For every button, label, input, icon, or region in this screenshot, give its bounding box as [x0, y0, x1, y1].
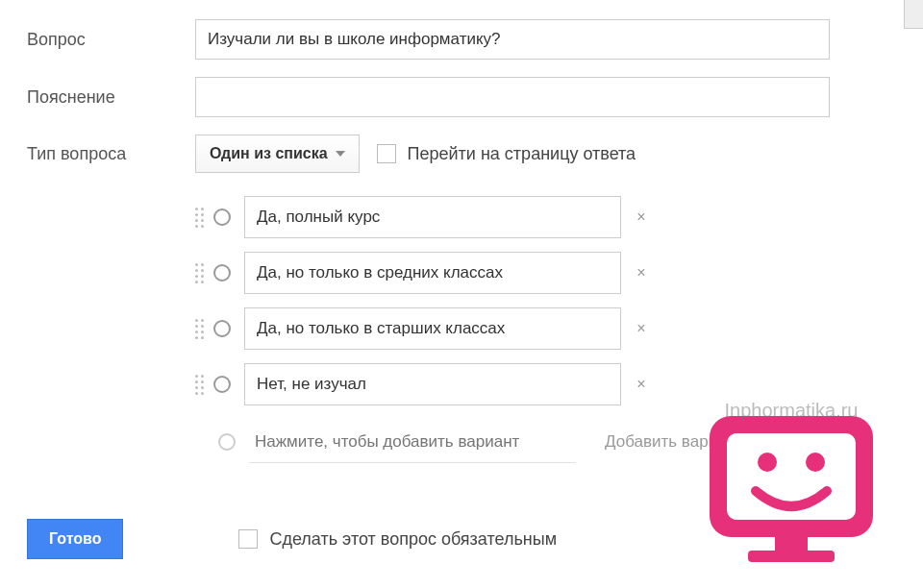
option-input[interactable]: [244, 196, 621, 238]
radio-disabled-icon: [218, 433, 236, 451]
remove-option-button[interactable]: ×: [627, 264, 656, 282]
option-row: ×: [195, 307, 849, 350]
option-input[interactable]: [244, 307, 621, 350]
option-row: ×: [195, 252, 849, 294]
option-row: ×: [195, 363, 849, 405]
remove-option-button[interactable]: ×: [627, 376, 656, 393]
radio-icon: [213, 264, 231, 282]
remove-option-button[interactable]: ×: [627, 208, 656, 226]
description-input[interactable]: [195, 77, 830, 117]
required-checkbox[interactable]: Сделать этот вопрос обязательным: [238, 529, 557, 550]
radio-icon: [213, 320, 231, 337]
options-list: × × × ×: [195, 196, 849, 463]
go-to-page-checkbox[interactable]: Перейти на страницу ответа: [377, 144, 636, 164]
drag-handle-icon[interactable]: [195, 263, 204, 283]
go-to-page-label: Перейти на страницу ответа: [408, 144, 636, 164]
remove-option-button[interactable]: ×: [627, 320, 656, 337]
option-input[interactable]: [244, 363, 621, 405]
radio-icon: [213, 376, 231, 393]
question-editor: Вопрос Пояснение Тип вопроса Один из спи…: [0, 0, 923, 482]
description-label: Пояснение: [27, 87, 195, 108]
option-row: ×: [195, 196, 849, 238]
done-button[interactable]: Готово: [27, 519, 123, 559]
option-input[interactable]: [244, 252, 621, 294]
checkbox-box-icon: [238, 529, 258, 549]
corner-tab[interactable]: [904, 0, 923, 29]
question-type-dropdown[interactable]: Один из списка: [195, 135, 360, 173]
dropdown-selected-text: Один из списка: [210, 145, 328, 162]
required-label: Сделать этот вопрос обязательным: [269, 529, 557, 550]
type-label: Тип вопроса: [27, 144, 195, 164]
add-other-link[interactable]: Добавить вариант "Другое": [605, 432, 811, 452]
add-option-input[interactable]: [249, 421, 576, 463]
drag-handle-icon[interactable]: [195, 375, 204, 395]
footer: Готово Сделать этот вопрос обязательным: [27, 519, 896, 559]
drag-handle-icon[interactable]: [195, 208, 204, 228]
drag-handle-icon[interactable]: [195, 319, 204, 339]
radio-icon: [213, 208, 231, 226]
question-label: Вопрос: [27, 30, 195, 50]
checkbox-box-icon: [377, 144, 396, 163]
question-input[interactable]: [195, 19, 830, 60]
chevron-down-icon: [336, 151, 345, 157]
add-option-row: Добавить вариант "Другое": [218, 421, 849, 463]
